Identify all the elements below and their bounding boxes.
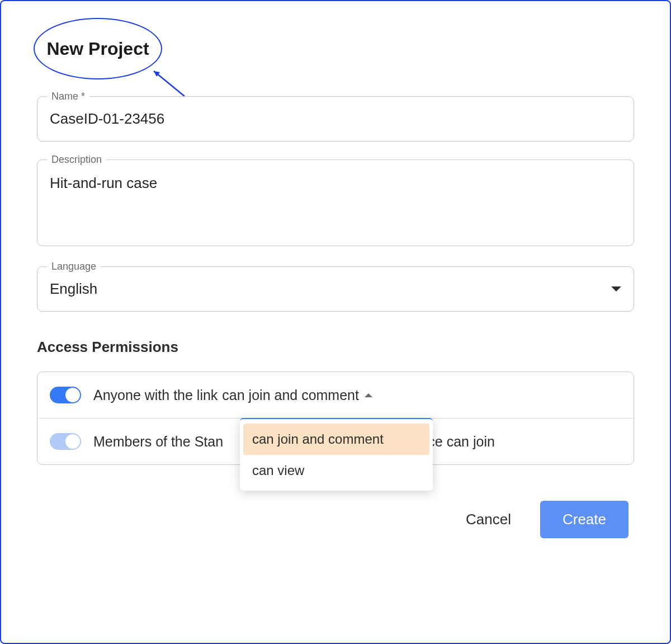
dialog-title: New Project [46,39,149,59]
description-field-group: Description [37,159,634,248]
permissions-box: Anyone with the link can join and commen… [37,372,634,465]
language-field-group: Language English [37,266,634,312]
toggle-knob [65,388,80,402]
footer-buttons: Cancel Create [37,501,634,538]
option-can-view[interactable]: can view [243,455,429,486]
cancel-button[interactable]: Cancel [455,503,522,536]
arrow-annotation-icon [151,65,190,99]
link-access-row: Anyone with the link can join and commen… [37,372,634,419]
option-can-join-and-comment[interactable]: can join and comment [243,424,429,455]
member-access-prefix: Members of the Stan [93,434,223,450]
language-select[interactable]: English [37,266,634,312]
chevron-down-icon [611,286,621,292]
name-label: Name * [47,91,89,102]
toggle-knob [65,434,80,449]
link-access-text: Anyone with the link can join and commen… [93,387,372,403]
name-field-group: Name * [37,96,634,142]
chevron-up-icon [365,393,372,397]
create-button[interactable]: Create [540,501,629,538]
member-access-toggle[interactable] [50,433,81,450]
description-input[interactable] [37,159,634,246]
language-value: English [50,280,97,298]
name-input[interactable] [37,96,634,142]
link-access-toggle[interactable] [50,387,81,403]
link-access-dropdown[interactable]: can join and comment [222,387,372,403]
link-access-selected: can join and comment [222,387,359,403]
title-annotation-circle: New Project [34,18,162,79]
form-area: Name * Description Language English Acce… [11,96,660,538]
svg-line-0 [154,71,185,96]
description-label: Description [47,154,106,166]
link-access-options-popup: can join and comment can view [240,418,433,491]
dialog-header: New Project [11,18,660,96]
dialog-container: New Project Name * Description Language … [0,0,671,644]
language-label: Language [47,261,101,272]
link-access-prefix: Anyone with the link [93,387,218,403]
access-permissions-title: Access Permissions [37,339,634,356]
